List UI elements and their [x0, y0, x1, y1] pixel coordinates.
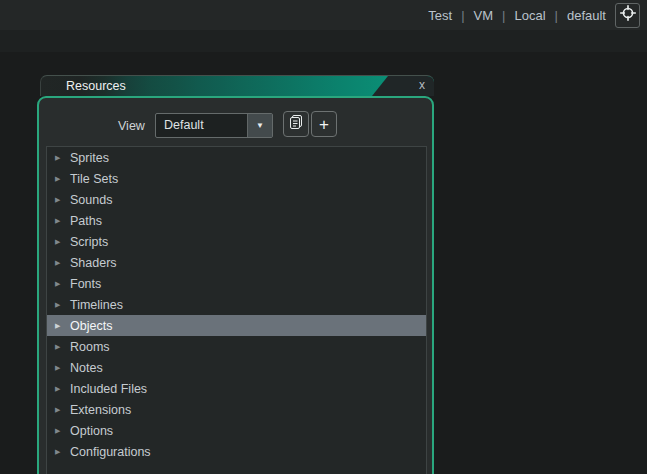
tree-item-label: Timelines: [70, 298, 123, 312]
tree-item-label: Tile Sets: [70, 172, 118, 186]
topbar-item-default[interactable]: default: [567, 8, 606, 23]
collapse-arrow-icon[interactable]: ▶: [55, 322, 70, 330]
collapse-arrow-icon[interactable]: ▶: [55, 385, 70, 393]
tree-item-label: Sprites: [70, 151, 109, 165]
close-icon[interactable]: x: [419, 78, 425, 92]
tree-row[interactable]: ▶Scripts: [47, 231, 426, 252]
view-dropdown-value: Default: [164, 114, 204, 137]
tree-row[interactable]: ▶Paths: [47, 210, 426, 231]
collapse-arrow-icon[interactable]: ▶: [55, 280, 70, 288]
collapse-arrow-icon[interactable]: ▶: [55, 343, 70, 351]
plus-icon: +: [319, 116, 329, 133]
tree-row[interactable]: ▶Options: [47, 420, 426, 441]
tree-row[interactable]: ▶Configurations: [47, 441, 426, 462]
tree-row[interactable]: ▶Objects: [47, 315, 426, 336]
tree-row[interactable]: ▶Fonts: [47, 273, 426, 294]
collapse-arrow-icon[interactable]: ▶: [55, 238, 70, 246]
collapse-arrow-icon[interactable]: ▶: [55, 406, 70, 414]
secondary-toolbar: [0, 30, 647, 52]
tree-item-label: Objects: [70, 319, 112, 333]
tree-item-label: Configurations: [70, 445, 151, 459]
tree-item-label: Shaders: [70, 256, 117, 270]
tree-item-label: Options: [70, 424, 113, 438]
tree-item-label: Rooms: [70, 340, 110, 354]
tree-item-label: Included Files: [70, 382, 147, 396]
tree-row[interactable]: ▶Tile Sets: [47, 168, 426, 189]
crosshair-target-icon: [618, 3, 638, 27]
tree-item-label: Paths: [70, 214, 102, 228]
tree-item-label: Fonts: [70, 277, 101, 291]
resource-tree: ▶Sprites▶Tile Sets▶Sounds▶Paths▶Scripts▶…: [46, 146, 427, 474]
separator: |: [461, 8, 464, 23]
titlebar-close-section: x: [372, 76, 434, 96]
tree-item-label: Extensions: [70, 403, 131, 417]
tree-row[interactable]: ▶Included Files: [47, 378, 426, 399]
duplicate-view-button[interactable]: [283, 111, 309, 137]
collapse-arrow-icon[interactable]: ▶: [55, 196, 70, 204]
window-title: Resources: [66, 79, 126, 93]
tree-row[interactable]: ▶Sounds: [47, 189, 426, 210]
tree-row[interactable]: ▶Extensions: [47, 399, 426, 420]
desktop-background: Test | VM | Local | default Resources x: [0, 0, 647, 474]
tree-item-label: Scripts: [70, 235, 108, 249]
duplicate-icon: [287, 113, 305, 135]
view-dropdown[interactable]: Default ▼: [155, 113, 273, 138]
add-view-button[interactable]: +: [311, 111, 337, 137]
target-options-button[interactable]: [615, 3, 640, 28]
collapse-arrow-icon[interactable]: ▶: [55, 217, 70, 225]
chevron-down-icon[interactable]: ▼: [247, 114, 272, 137]
tree-row[interactable]: ▶Shaders: [47, 252, 426, 273]
view-label: View: [118, 114, 145, 138]
tree-row[interactable]: ▶Notes: [47, 357, 426, 378]
collapse-arrow-icon[interactable]: ▶: [55, 364, 70, 372]
tree-row[interactable]: ▶Timelines: [47, 294, 426, 315]
tree-row[interactable]: ▶Sprites: [47, 147, 426, 168]
tree-item-label: Sounds: [70, 193, 112, 207]
topbar-item-test[interactable]: Test: [428, 8, 452, 23]
topbar-item-vm[interactable]: VM: [474, 8, 494, 23]
collapse-arrow-icon[interactable]: ▶: [55, 448, 70, 456]
collapse-arrow-icon[interactable]: ▶: [55, 427, 70, 435]
separator: |: [502, 8, 505, 23]
tree-item-label: Notes: [70, 361, 103, 375]
collapse-arrow-icon[interactable]: ▶: [55, 175, 70, 183]
collapse-arrow-icon[interactable]: ▶: [55, 301, 70, 309]
separator: |: [555, 8, 558, 23]
top-menu-bar: Test | VM | Local | default: [0, 0, 647, 30]
collapse-arrow-icon[interactable]: ▶: [55, 154, 70, 162]
resources-window-titlebar[interactable]: Resources x: [40, 75, 434, 96]
tree-row[interactable]: ▶Rooms: [47, 336, 426, 357]
topbar-item-local[interactable]: Local: [514, 8, 545, 23]
resources-window: View Default ▼ + ▶Sprites▶Tile Sets▶Soun…: [37, 96, 434, 474]
collapse-arrow-icon[interactable]: ▶: [55, 259, 70, 267]
target-selector-group: Test | VM | Local | default: [428, 0, 647, 30]
